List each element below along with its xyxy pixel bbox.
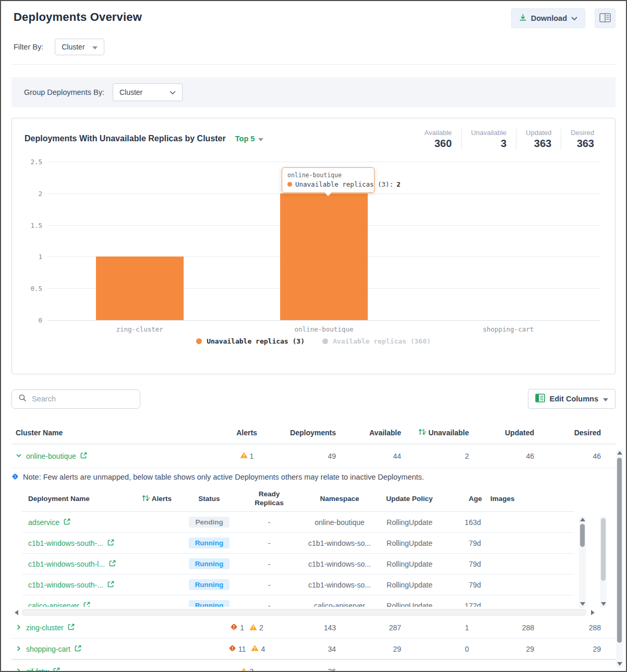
sort-icon[interactable]: za <box>141 494 150 504</box>
legend-item[interactable]: Available replicas (360) <box>322 337 431 345</box>
warning-alerts[interactable]: 2 <box>249 624 263 632</box>
scroll-up-arrow[interactable] <box>617 451 622 455</box>
col-images[interactable]: Images <box>484 495 536 503</box>
sort-icon[interactable]: za <box>418 428 426 437</box>
external-link-icon[interactable] <box>83 602 90 607</box>
edit-columns-label: Edit Columns <box>550 395 598 403</box>
deployment-row-c1b1-windows-south-[interactable]: c1b1-windows-south-...Running-c1b1-windo… <box>22 533 574 554</box>
error-alerts[interactable]: 11 <box>228 644 246 654</box>
stat-label: Available <box>425 129 452 137</box>
deployment-row-calico-apiserver[interactable]: calico-apiserverRunning-calico-apiserver… <box>22 595 574 607</box>
expanded-section-scrollbar[interactable] <box>600 516 607 608</box>
cluster-link[interactable]: zing-cluster <box>26 624 64 632</box>
col-unavailable[interactable]: za Unavailable <box>418 428 471 437</box>
deployment-row-c1b1-windows-south-l[interactable]: c1b1-windows-south-l...Running-c1b1-wind… <box>22 554 574 575</box>
col-cluster-name[interactable]: Cluster Name <box>11 429 215 437</box>
col-status[interactable]: Status <box>198 495 220 503</box>
search-icon <box>18 394 27 404</box>
deployment-table-scrollbar[interactable] <box>579 516 586 608</box>
col-dep-alerts[interactable]: za Alerts <box>141 494 172 504</box>
chevron-right-icon[interactable] <box>16 624 22 632</box>
scroll-left-arrow[interactable] <box>15 610 18 615</box>
external-link-icon[interactable] <box>68 624 75 632</box>
legend-dot-icon <box>322 338 328 344</box>
cluster-row-partial[interactable]: zif-fctw 3 26 <box>11 660 616 672</box>
scroll-down-arrow[interactable] <box>580 602 585 606</box>
chevron-right-icon[interactable] <box>16 645 22 653</box>
cluster-name-cell: shopping-cart <box>11 645 215 653</box>
col-namespace[interactable]: Namespace <box>320 495 359 503</box>
status-badge: Running <box>189 558 230 569</box>
col-desired[interactable]: Desired <box>574 429 603 437</box>
col-update-policy[interactable]: Update Policy <box>386 495 432 503</box>
search-input[interactable] <box>32 395 134 403</box>
scroll-down-arrow[interactable] <box>617 662 622 666</box>
reading-pane-button[interactable] <box>595 8 616 28</box>
scroll-up-arrow[interactable] <box>580 518 585 521</box>
cluster-link[interactable]: zif-fctw <box>26 667 49 672</box>
legend-item[interactable]: Unavailable replicas (3) <box>196 337 305 345</box>
download-button[interactable]: Download <box>511 8 585 28</box>
col-ready-line1: Ready <box>255 490 284 499</box>
col-age[interactable]: Age <box>468 495 484 503</box>
deployment-link[interactable]: calico-apiserver <box>28 602 79 607</box>
cluster-row-shopping-cart[interactable]: shopping-cart 11 4 34 29 0 29 29 <box>11 639 616 660</box>
warning-alerts[interactable]: 3 <box>240 667 254 672</box>
outer-vertical-scrollbar[interactable] <box>616 449 623 668</box>
external-link-icon[interactable] <box>107 539 114 547</box>
col-updated[interactable]: Updated <box>505 429 536 437</box>
chevron-right-icon[interactable] <box>16 667 22 672</box>
cluster-row-zing-cluster[interactable]: zing-cluster 1 2 143 287 1 288 288 <box>11 617 616 639</box>
deployment-link[interactable]: adservice <box>28 518 59 527</box>
cluster-row-online-boutique[interactable]: online-boutique 1 49 44 2 46 46 <box>11 444 616 468</box>
chart-title: Deployments With Unavailable Replicas by… <box>25 134 226 143</box>
tooltip-value: 2 <box>396 180 401 188</box>
scrollbar-thumb[interactable] <box>617 458 622 643</box>
cluster-link[interactable]: online-boutique <box>26 452 76 460</box>
edit-columns-button[interactable]: Edit Columns <box>528 389 616 409</box>
scroll-right-arrow[interactable] <box>591 610 595 615</box>
col-deployment-name[interactable]: Deployment Name <box>22 495 132 503</box>
col-alerts[interactable]: Alerts <box>236 429 257 437</box>
scrollbar-thumb[interactable] <box>580 524 585 547</box>
group-by-select[interactable]: Cluster <box>113 83 183 101</box>
col-available[interactable]: Available <box>369 429 403 437</box>
scroll-down-arrow[interactable] <box>601 602 606 606</box>
horizontal-scrollbar-track[interactable] <box>22 609 586 616</box>
deployment-row-adservice[interactable]: adservicePending-online-boutiqueRollingU… <box>22 512 574 533</box>
horizontal-scrollbar[interactable] <box>11 608 616 617</box>
top-n-selector[interactable]: Top 5 <box>235 134 264 143</box>
external-link-icon[interactable] <box>107 581 114 589</box>
external-link-icon[interactable] <box>75 645 81 653</box>
col-deployments[interactable]: Deployments <box>290 429 338 437</box>
col-ready-replicas[interactable]: Ready Replicas <box>255 490 284 508</box>
error-icon <box>230 623 238 632</box>
external-link-icon[interactable] <box>80 452 87 460</box>
download-icon <box>519 14 527 23</box>
deployment-link[interactable]: c1b1-windows-south-... <box>28 539 103 547</box>
warning-alerts[interactable]: 4 <box>251 644 265 653</box>
scrollbar-thumb[interactable] <box>601 518 606 581</box>
deployment-link[interactable]: c1b1-windows-south-l... <box>28 560 105 568</box>
alerts-cell: 1 <box>240 451 254 460</box>
external-link-icon[interactable] <box>109 560 116 568</box>
bar-zing-cluster[interactable] <box>96 256 184 320</box>
external-link-icon[interactable] <box>53 667 60 672</box>
chevron-down-icon[interactable] <box>16 452 22 460</box>
col-unavailable-label: Unavailable <box>428 429 469 437</box>
error-alerts[interactable]: 1 <box>230 623 244 632</box>
table-toolbar: Edit Columns <box>11 389 616 409</box>
deployment-link[interactable]: c1b1-windows-south-... <box>28 581 103 589</box>
bar-online-boutique[interactable] <box>280 193 368 320</box>
stat-label: Desired <box>571 129 594 137</box>
search-box[interactable] <box>11 389 140 409</box>
caret-down-icon <box>603 395 608 403</box>
warning-alerts[interactable]: 1 <box>240 451 254 460</box>
external-link-icon[interactable] <box>64 518 70 527</box>
stat-desired: Desired 363 <box>561 129 604 150</box>
warning-icon <box>249 624 257 632</box>
deployment-row-c1b1-windows-south-[interactable]: c1b1-windows-south-...Running-c1b1-windo… <box>22 575 574 595</box>
group-by-value: Cluster <box>119 88 142 96</box>
filter-by-select[interactable]: Cluster <box>55 39 104 55</box>
cluster-link[interactable]: shopping-cart <box>26 645 70 653</box>
